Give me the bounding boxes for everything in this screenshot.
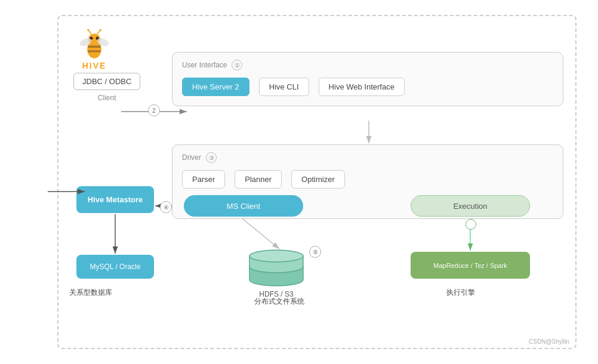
diagram-outer: HIVE JDBC / ODBC Client 2 User Interface… [57, 15, 577, 349]
jdbc-box: JDBC / ODBC [73, 73, 140, 90]
watermark: CSDN@Shyllin [529, 338, 569, 345]
mysql-box: MySQL / Oracle [76, 255, 154, 279]
mysql-label: MySQL / Oracle [90, 263, 141, 271]
hive-bee-icon [76, 28, 112, 61]
badge-exec-circle [466, 219, 476, 230]
mapreduce-box: MapReduce / Tez / Spark [411, 252, 530, 279]
badge-5: ⑤ [309, 246, 321, 258]
mapreduce-label: MapReduce / Tez / Spark [429, 262, 511, 269]
exec-circle-inner [466, 219, 476, 230]
driver-panel-label: Driver ③ [182, 152, 553, 163]
ms-client-label: MS Client [227, 202, 260, 211]
dist-label: 分布式文件系统 [243, 297, 315, 307]
spark-to-metastore-arrow [48, 188, 90, 195]
ui-panel-title: User Interface [182, 61, 227, 69]
driver-badge: ③ [206, 152, 217, 163]
badge-2-circle: 2 [148, 104, 160, 116]
svg-rect-13 [88, 46, 101, 48]
metastore-label: Hive Metastore [88, 195, 143, 204]
hive-web-box: Hive Web Interface [319, 78, 405, 96]
exec-label: 执行引擎 [446, 288, 475, 298]
optimizer-box: Optimizer [291, 170, 345, 189]
svg-point-20 [99, 29, 101, 31]
svg-line-5 [241, 217, 279, 249]
badge-2: 2 [148, 104, 160, 116]
svg-rect-14 [88, 50, 101, 52]
hdfs-cylinder-icon [243, 249, 309, 288]
svg-line-17 [89, 30, 91, 34]
ms-client-box: MS Client [184, 195, 303, 217]
svg-point-18 [87, 29, 89, 31]
hive-logo: HIVE [76, 28, 112, 70]
hive-server2-box: Hive Server 2 [182, 78, 249, 96]
planner-box: Planner [235, 170, 282, 189]
relational-label: 关系型数据库 [69, 288, 112, 298]
ui-badge: ① [232, 60, 242, 70]
badge-4-circle: ④ [160, 201, 172, 213]
client-label: Client [98, 94, 116, 102]
driver-panel-title: Driver [182, 153, 201, 162]
svg-point-27 [249, 250, 303, 262]
main-container: APACHE Spark [0, 0, 598, 364]
ui-panel-items: Hive Server 2 Hive CLI Hive Web Interfac… [182, 78, 553, 96]
hdfs-section: HDFS / S3 [243, 249, 309, 298]
execution-label: Execution [453, 202, 487, 211]
client-section: JDBC / ODBC Client [73, 73, 140, 102]
badge-4: ④ [160, 201, 172, 213]
hive-text: HIVE [82, 61, 107, 70]
driver-items: Parser Planner Optimizer [182, 170, 553, 189]
execution-box: Execution [411, 195, 530, 217]
ui-panel: User Interface ① Hive Server 2 Hive CLI … [172, 52, 563, 106]
parser-box: Parser [182, 170, 225, 189]
svg-line-19 [97, 30, 100, 34]
hive-cli-box: Hive CLI [259, 78, 309, 96]
badge-5-circle: ⑤ [309, 246, 321, 258]
ui-panel-label: User Interface ① [182, 60, 553, 70]
